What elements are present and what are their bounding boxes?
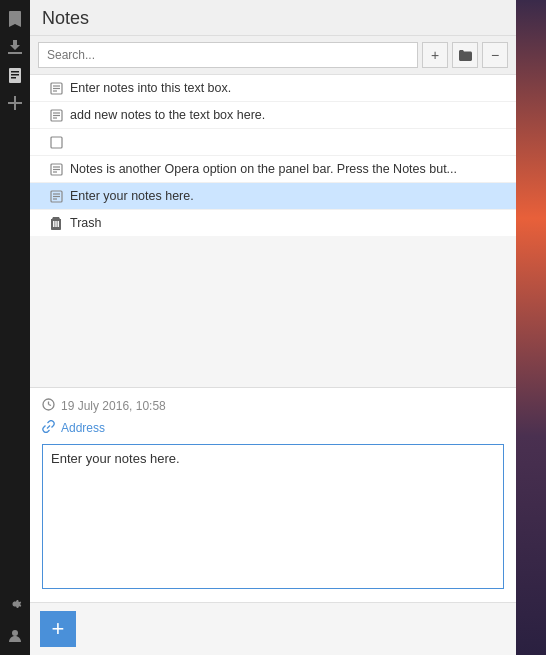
folder-button[interactable] <box>452 42 478 68</box>
note-item-4[interactable]: Notes is another Opera option on the pan… <box>30 156 516 183</box>
note-text-2: add new notes to the text box here. <box>70 108 506 122</box>
add-note-button[interactable]: + <box>422 42 448 68</box>
note-text-4: Notes is another Opera option on the pan… <box>70 162 506 176</box>
trash-label: Trash <box>70 216 102 230</box>
settings-icon[interactable] <box>4 593 26 615</box>
note-address-row[interactable]: Address <box>42 420 504 436</box>
download-icon[interactable] <box>4 36 26 58</box>
svg-rect-3 <box>11 77 16 79</box>
notes-divider <box>30 236 516 387</box>
note-text-1: Enter notes into this text box. <box>70 81 506 95</box>
svg-rect-24 <box>58 221 60 227</box>
remove-note-button[interactable]: − <box>482 42 508 68</box>
add-btn-row: + <box>30 602 516 655</box>
trash-item[interactable]: Trash <box>30 210 516 236</box>
svg-rect-2 <box>11 74 19 76</box>
svg-rect-23 <box>55 221 57 227</box>
sidebar <box>0 0 30 655</box>
svg-rect-22 <box>53 221 55 227</box>
user-icon[interactable] <box>4 625 26 647</box>
note-icon-1 <box>48 80 64 96</box>
trash-icon <box>48 215 64 231</box>
note-text-5: Enter your notes here. <box>70 189 506 203</box>
address-label: Address <box>61 421 105 435</box>
notes-icon[interactable] <box>4 64 26 86</box>
search-row: + − <box>30 36 516 75</box>
svg-rect-1 <box>11 71 19 73</box>
note-icon-3 <box>48 134 64 150</box>
add-sidebar-icon[interactable] <box>4 92 26 114</box>
note-date: 19 July 2016, 10:58 <box>61 399 166 413</box>
note-item-2[interactable]: add new notes to the text box here. <box>30 102 516 129</box>
note-detail: 19 July 2016, 10:58 Address Enter your n… <box>30 387 516 602</box>
add-note-fab[interactable]: + <box>40 611 76 647</box>
clock-icon <box>42 398 55 414</box>
notes-list: Enter notes into this text box. add new … <box>30 75 516 236</box>
note-icon-5 <box>48 188 64 204</box>
notes-header: Notes <box>30 0 516 36</box>
svg-point-4 <box>12 630 18 636</box>
background-image <box>516 0 546 655</box>
note-item-5[interactable]: Enter your notes here. <box>30 183 516 210</box>
note-text-3 <box>70 135 506 149</box>
svg-rect-13 <box>51 137 62 148</box>
note-icon-2 <box>48 107 64 123</box>
note-icon-4 <box>48 161 64 177</box>
note-item-3[interactable] <box>30 129 516 156</box>
bookmark-icon[interactable] <box>4 8 26 30</box>
note-content-textarea[interactable]: Enter your notes here. <box>42 444 504 589</box>
note-item-1[interactable]: Enter notes into this text box. <box>30 75 516 102</box>
note-meta: 19 July 2016, 10:58 <box>42 398 504 414</box>
page-title: Notes <box>42 8 89 29</box>
notes-panel: Notes + − Enter notes <box>30 0 516 655</box>
search-input[interactable] <box>38 42 418 68</box>
link-icon <box>42 420 55 436</box>
svg-line-27 <box>49 405 52 406</box>
